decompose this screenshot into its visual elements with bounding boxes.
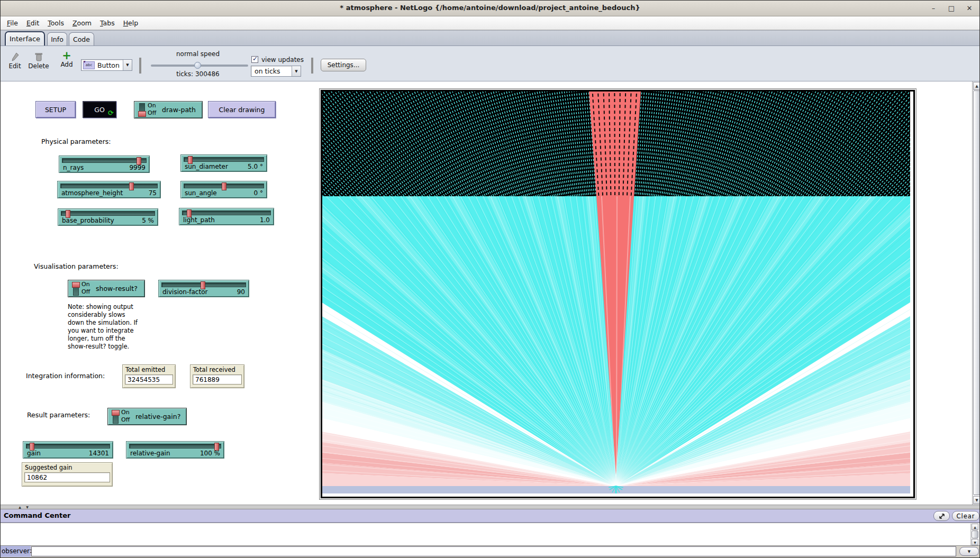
command-center-header: Command Center Clear [1, 509, 979, 523]
menu-help[interactable]: Help [119, 19, 143, 27]
switch-onoff-labels: OnOff [148, 102, 156, 117]
physical-parameters-label: Physical parameters: [41, 138, 111, 145]
show-result-switch[interactable]: OnOff show-result? [68, 280, 145, 297]
setup-label: SETUP [45, 106, 66, 114]
command-input[interactable] [31, 546, 956, 556]
widget-button-icon: abc [83, 61, 95, 69]
history-dropdown-button[interactable]: ▼ [959, 547, 979, 556]
speed-label: normal speed [159, 50, 237, 58]
expand-button[interactable] [933, 511, 950, 521]
total-emitted-monitor: Total emitted 32454535 [122, 364, 176, 388]
suggested-gain-value: 10862 [24, 472, 110, 482]
scroll-up-icon[interactable]: ▲ [973, 82, 980, 90]
update-mode-dropdown[interactable]: on ticks [251, 66, 301, 77]
delete-widget-button[interactable]: Delete [26, 52, 51, 70]
netlogo-window: * atmosphere - NetLogo {/home/antoine/do… [0, 0, 980, 558]
interface-canvas: SETUP GO OnOff draw-path Clear drawing P… [1, 81, 980, 505]
toolbar-separator [139, 58, 141, 74]
edit-widget-button[interactable]: Edit [5, 52, 25, 70]
tab-info[interactable]: Info [47, 32, 67, 45]
minimize-button[interactable]: – [927, 3, 940, 14]
slider-handle[interactable] [222, 182, 226, 190]
switch-knob[interactable] [72, 282, 80, 288]
chevron-down-icon [292, 66, 301, 76]
suggested-gain-monitor: Suggested gain 10862 [22, 462, 113, 487]
tab-code[interactable]: Code [69, 32, 94, 45]
world-view[interactable] [321, 90, 915, 498]
relative-gain-switch[interactable]: OnOff relative-gain? [107, 408, 187, 425]
switch-onoff-labels: OnOff [121, 409, 130, 424]
command-center-title: Command Center [4, 511, 70, 519]
result-parameters-label: Result parameters: [27, 411, 90, 419]
n-rays-slider[interactable]: n_rays 9999 [59, 155, 150, 173]
plus-icon: + [62, 51, 71, 60]
switch-knob[interactable] [138, 111, 146, 117]
setup-button[interactable]: SETUP [35, 101, 76, 118]
speed-slider-thumb[interactable] [194, 62, 201, 69]
widget-type-dropdown[interactable]: abc Button [81, 59, 132, 71]
view-updates-checkbox[interactable] [251, 56, 258, 63]
scrollbar-thumb[interactable] [972, 530, 978, 538]
menu-file[interactable]: File [3, 19, 22, 27]
command-center-output[interactable]: ▲ ▼ [1, 523, 979, 546]
command-center-input-row: observer> ▼ [1, 546, 979, 557]
maximize-button[interactable]: □ [945, 3, 958, 14]
relative-gain-label: relative-gain? [135, 408, 180, 425]
scroll-down-icon[interactable]: ▼ [973, 496, 980, 504]
base-probability-slider[interactable]: base_probability 5 % [58, 208, 158, 226]
window-title: * atmosphere - NetLogo {/home/antoine/do… [1, 4, 979, 12]
division-factor-slider[interactable]: division-factor 90 [158, 280, 249, 297]
sun-angle-slider[interactable]: sun_angle 0 ° [180, 181, 267, 198]
integration-information-label: Integration information: [26, 372, 105, 380]
slider-handle[interactable] [129, 182, 134, 190]
light-path-slider[interactable]: light_path 1.0 [179, 208, 274, 225]
total-received-value: 761889 [193, 374, 242, 385]
menu-bar: File Edit Tools Zoom Tabs Help [1, 16, 979, 30]
scroll-down-icon[interactable]: ▼ [972, 539, 978, 545]
observer-prompt[interactable]: observer> [1, 546, 31, 557]
update-mode-value: on ticks [255, 67, 280, 75]
main-vertical-scrollbar[interactable]: ▲ ▼ [972, 81, 980, 505]
splitter-up-icon[interactable]: ▲ [16, 505, 23, 509]
visualisation-parameters-label: Visualisation parameters: [34, 262, 119, 270]
go-button[interactable]: GO [83, 101, 116, 118]
pencil-icon [11, 52, 19, 61]
menu-tabs[interactable]: Tabs [96, 19, 119, 27]
output-scrollbar[interactable]: ▲ ▼ [970, 524, 978, 545]
tab-row: Interface Info Code [1, 30, 979, 46]
add-label: Add [60, 61, 72, 68]
switch-knob[interactable] [112, 410, 120, 416]
show-result-label: show-result? [96, 280, 138, 297]
close-button[interactable]: ✕ [963, 3, 976, 14]
chevron-down-icon [123, 60, 132, 70]
tab-interface[interactable]: Interface [5, 31, 45, 45]
menu-tools[interactable]: Tools [43, 19, 68, 27]
ticks-counter: ticks: 300486 [159, 70, 237, 78]
splitter-down-icon[interactable]: ▼ [24, 505, 31, 509]
atmosphere-height-slider[interactable]: atmosphere_height 75 [57, 181, 161, 198]
note-text: Note: showing outputconsiderably slows d… [68, 303, 138, 351]
scroll-up-icon[interactable]: ▲ [972, 524, 978, 530]
command-center-splitter[interactable]: ▲ ▼ [1, 505, 979, 509]
gain-slider[interactable]: gain 14301 [23, 441, 113, 459]
settings-button[interactable]: Settings... [321, 59, 366, 71]
draw-path-switch[interactable]: OnOff draw-path [134, 101, 203, 118]
scrollbar-thumb[interactable] [973, 90, 980, 495]
menu-zoom[interactable]: Zoom [68, 19, 96, 27]
clear-drawing-button[interactable]: Clear drawing [208, 101, 276, 118]
diagonal-arrows-icon [939, 513, 945, 519]
go-label: GO [94, 106, 105, 114]
menu-edit[interactable]: Edit [22, 19, 43, 27]
draw-path-label: draw-path [162, 102, 196, 118]
view-updates-label: view updates [261, 56, 304, 63]
clear-button[interactable]: Clear [952, 511, 979, 521]
trash-icon [35, 52, 42, 61]
widget-type-value: Button [97, 61, 120, 69]
relative-gain-slider[interactable]: relative-gain 100 % [126, 441, 224, 459]
sun-diameter-slider[interactable]: sun_diameter 5.0 ° [180, 154, 267, 172]
world-view-canvas [322, 92, 910, 493]
edit-label: Edit [8, 62, 21, 70]
total-emitted-value: 32454535 [125, 374, 173, 385]
total-received-monitor: Total received 761889 [190, 364, 244, 388]
add-widget-button[interactable]: + Add [56, 51, 77, 68]
